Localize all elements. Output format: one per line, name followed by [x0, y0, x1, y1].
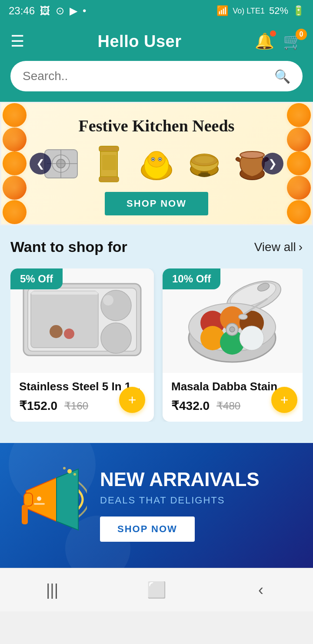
- svg-point-55: [73, 473, 76, 476]
- svg-point-33: [64, 329, 74, 339]
- status-whatsapp-icon: ⊙: [56, 5, 64, 17]
- banner-product-container: [89, 144, 128, 183]
- banner-product-yellow: [137, 144, 176, 183]
- marigold-right: [286, 103, 312, 224]
- svg-point-15: [159, 158, 161, 160]
- status-bar: 23:46 🖼 ⊙ ▶ • 📶 Vo) LTE1 52% 🔋: [0, 0, 313, 22]
- cart-icon[interactable]: 🛒 0: [283, 32, 303, 50]
- svg-point-24: [242, 152, 263, 158]
- svg-point-29: [101, 323, 131, 353]
- festive-banner: Festive Kitchen Needs: [0, 102, 313, 225]
- app-header: ☰ Hello User 🔔 🛒 0: [0, 22, 313, 61]
- hamburger-icon[interactable]: ☰: [10, 32, 24, 50]
- shop-section: Want to shop for View all › 5% Off: [0, 225, 313, 443]
- svg-rect-49: [24, 493, 33, 506]
- svg-rect-52: [34, 503, 45, 505]
- product-card-tray: 5% Off: [10, 268, 154, 422]
- chevron-right-icon: ›: [299, 240, 303, 254]
- price-original-masala: ₹480: [216, 400, 240, 412]
- marigold-left: [1, 103, 27, 224]
- svg-point-19: [195, 156, 214, 163]
- wifi-icon: 📶: [216, 5, 228, 17]
- view-all-label: View all: [254, 240, 296, 254]
- view-all-link[interactable]: View all ›: [254, 240, 303, 254]
- svg-rect-50: [22, 505, 28, 524]
- battery-icon: 🔋: [293, 5, 304, 17]
- megaphone-icon: [17, 465, 87, 546]
- svg-rect-27: [31, 291, 98, 348]
- svg-point-28: [101, 290, 131, 321]
- status-youtube-icon: ▶: [70, 5, 77, 17]
- header-title: Hello User: [98, 32, 182, 51]
- arrivals-title: NEW ARRAIVALS: [100, 469, 296, 490]
- svg-point-32: [50, 325, 63, 338]
- discount-badge-masala: 10% Off: [163, 268, 220, 289]
- banner-shop-now-button[interactable]: SHOP NOW: [105, 192, 208, 215]
- discount-badge-tray: 5% Off: [10, 268, 63, 289]
- nav-back-button[interactable]: ‹: [248, 577, 274, 603]
- search-container: 🔍: [0, 61, 313, 102]
- add-to-cart-tray-button[interactable]: +: [119, 387, 145, 413]
- svg-rect-6: [99, 146, 119, 151]
- section-title: Want to shop for: [10, 238, 127, 255]
- svg-point-14: [152, 158, 154, 160]
- status-left: 23:46 🖼 ⊙ ▶ •: [9, 5, 86, 17]
- svg-point-31: [103, 295, 113, 305]
- product-card-masala: 10% Off: [163, 268, 303, 422]
- nav-home-button[interactable]: ⬜: [143, 577, 170, 603]
- price-current-tray: ₹152.0: [19, 399, 57, 413]
- svg-point-11: [148, 151, 165, 167]
- svg-rect-7: [99, 177, 119, 182]
- search-input[interactable]: [23, 69, 274, 83]
- header-icons: 🔔 🛒 0: [255, 32, 303, 50]
- section-header: Want to shop for View all ›: [10, 238, 303, 255]
- status-dot: •: [83, 5, 86, 17]
- search-icon[interactable]: 🔍: [274, 69, 290, 84]
- svg-point-51: [37, 496, 41, 501]
- status-time: 23:46: [9, 5, 35, 17]
- price-current-masala: ₹432.0: [171, 399, 210, 413]
- status-right: 📶 Vo) LTE1 52% 🔋: [216, 5, 304, 17]
- price-original-tray: ₹160: [64, 400, 88, 412]
- nav-menu-button[interactable]: |||: [39, 577, 65, 603]
- status-photo-icon: 🖼: [40, 5, 50, 17]
- new-arrivals-shop-now-button[interactable]: SHOP NOW: [100, 517, 195, 542]
- svg-point-46: [239, 314, 247, 319]
- svg-point-21: [198, 173, 210, 177]
- arrivals-content: NEW ARRAIVALS DEALS THAT DELIGHTS SHOP N…: [87, 469, 296, 541]
- banner-prev-arrow[interactable]: ❮: [30, 153, 51, 174]
- svg-point-48: [230, 327, 235, 332]
- svg-point-53: [67, 469, 72, 473]
- battery-percent: 52%: [269, 5, 288, 17]
- bottom-navigation: ||| ⬜ ‹: [0, 568, 313, 611]
- add-to-cart-masala-button[interactable]: +: [271, 387, 297, 413]
- notification-icon[interactable]: 🔔: [255, 32, 274, 50]
- svg-point-54: [63, 467, 66, 470]
- banner-title: Festive Kitchen Needs: [79, 116, 235, 135]
- banner-products: [41, 144, 272, 183]
- new-arrivals-banner: NEW ARRAIVALS DEALS THAT DELIGHTS SHOP N…: [0, 443, 313, 568]
- svg-point-44: [240, 326, 264, 350]
- products-row: 5% Off: [10, 268, 303, 422]
- banner-product-brass: [185, 144, 224, 183]
- svg-rect-30: [31, 291, 98, 295]
- search-bar[interactable]: 🔍: [10, 61, 303, 91]
- signal-icon: Vo) LTE1: [233, 7, 265, 16]
- svg-rect-8: [102, 155, 116, 170]
- arrivals-subtitle: DEALS THAT DELIGHTS: [100, 495, 296, 506]
- banner-next-arrow[interactable]: ❯: [262, 153, 283, 174]
- cart-badge: 0: [296, 29, 307, 40]
